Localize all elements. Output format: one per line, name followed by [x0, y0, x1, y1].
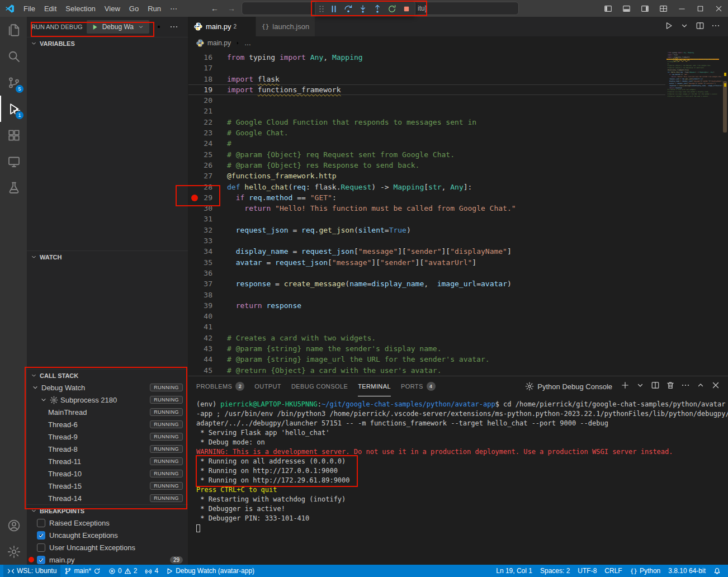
statusbar-indentation[interactable]: Spaces: 2 [536, 565, 574, 577]
editor-gutter[interactable]: 38 [188, 290, 227, 300]
editor-gutter[interactable]: 22 [188, 117, 227, 127]
menu-view[interactable]: View [100, 4, 125, 13]
call-stack-item[interactable]: Debug WatchRUNNING [27, 381, 188, 394]
debug-settings-gear-icon[interactable] [153, 21, 164, 32]
call-stack-item[interactable]: MainThreadRUNNING [27, 406, 188, 418]
editor-gutter[interactable]: 44 [188, 354, 227, 365]
editor-gutter[interactable]: 32 [188, 225, 227, 235]
activitybar-search[interactable] [0, 43, 27, 69]
terminal-output[interactable]: (env) pierrick@LAPTOP-HKU5PNNG:~/git/goo… [188, 396, 728, 565]
breakpoint-item[interactable]: Raised Exceptions [27, 517, 188, 529]
minimize-button[interactable] [673, 0, 691, 17]
activitybar-extensions[interactable] [0, 122, 27, 148]
editor-gutter[interactable]: 35 [188, 257, 227, 268]
menu-go[interactable]: Go [125, 4, 143, 13]
editor-scrollbar[interactable] [723, 81, 727, 133]
editor-gutter[interactable]: 28 [188, 182, 227, 192]
editor-gutter[interactable]: 18 [188, 74, 227, 84]
editor-gutter[interactable]: 42 [188, 333, 227, 343]
split-editor[interactable] [696, 21, 705, 32]
breadcrumb-item[interactable]: … [244, 39, 251, 47]
layout-panel-button[interactable] [617, 0, 636, 17]
menu-edit[interactable]: Edit [40, 4, 61, 13]
breakpoint-checkbox[interactable] [37, 543, 45, 552]
editor-gutter[interactable]: 20 [188, 95, 227, 106]
maximize-panel[interactable] [696, 381, 705, 392]
editor-gutter[interactable]: 30 [188, 203, 227, 214]
editor-gutter[interactable]: 16 [188, 52, 227, 63]
stop-button[interactable] [399, 2, 414, 16]
activitybar-settings-gear[interactable] [0, 538, 27, 565]
terminal-more-actions[interactable] [681, 381, 690, 392]
breadcrumb-item[interactable]: main.py [207, 39, 231, 47]
activitybar-source-control[interactable]: 5 [0, 69, 27, 96]
run-python-file[interactable] [664, 21, 673, 32]
kill-terminal[interactable] [666, 381, 675, 392]
activitybar-testing[interactable] [0, 174, 27, 201]
statusbar-python-version[interactable]: 3.8.10 64-bit [664, 565, 710, 577]
call-stack-item[interactable]: Thread-9RUNNING [27, 431, 188, 443]
breadcrumb[interactable]: main.py… [188, 36, 728, 50]
layout-grid-button[interactable] [654, 0, 673, 17]
call-stack-item[interactable]: Thread-14RUNNING [27, 492, 188, 504]
drag-handle-button[interactable] [316, 2, 327, 16]
maximize-button[interactable] [691, 0, 710, 17]
code-editor[interactable]: 16from typing import Any, Mapping1718imp… [188, 50, 728, 376]
editor-gutter[interactable]: 23 [188, 127, 227, 138]
statusbar-problems-status[interactable]: 02 [105, 565, 141, 577]
activitybar-run-debug[interactable]: 1 [0, 96, 27, 122]
breakpoint-item[interactable]: User Uncaught Exceptions [27, 541, 188, 554]
step-over-button[interactable] [341, 2, 356, 16]
pause-button[interactable] [327, 2, 341, 16]
editor-gutter[interactable]: 39 [188, 300, 227, 311]
editor-gutter[interactable]: 40 [188, 311, 227, 321]
go-forward-icon[interactable]: → [228, 4, 235, 13]
editor-gutter[interactable]: 25 [188, 149, 227, 160]
statusbar-ports-status[interactable]: 4 [141, 565, 162, 577]
activitybar-explorer[interactable] [0, 17, 27, 43]
editor-gutter[interactable]: 21 [188, 106, 227, 116]
layout-sidebar-left-button[interactable] [599, 0, 617, 17]
breakpoints-section-header[interactable]: BREAKPOINTS [27, 504, 188, 517]
breakpoint-item[interactable]: Uncaught Exceptions [27, 529, 188, 541]
breakpoint-checkbox[interactable] [37, 531, 45, 540]
editor-gutter[interactable]: 36 [188, 268, 227, 278]
editor-gutter[interactable]: 29 [188, 192, 227, 203]
watch-section-header[interactable]: WATCH [27, 250, 188, 263]
editor-gutter[interactable]: 26 [188, 160, 227, 171]
close-button[interactable] [710, 0, 728, 17]
editor-gutter[interactable]: 41 [188, 321, 227, 332]
breakpoint-checkbox[interactable] [37, 556, 45, 564]
statusbar-cursor-position[interactable]: Ln 19, Col 1 [492, 565, 536, 577]
breakpoint-item[interactable]: main.py29 [27, 554, 188, 565]
views-more-actions-icon[interactable] [168, 21, 179, 32]
new-terminal[interactable] [621, 381, 630, 392]
terminal-profile[interactable]: Python Debug Console [525, 382, 612, 391]
statusbar-language-mode[interactable]: {}Python [626, 565, 665, 577]
layout-sidebar-right-button[interactable] [636, 0, 654, 17]
restart-button[interactable] [385, 2, 399, 16]
statusbar-notifications[interactable] [710, 565, 725, 577]
editor-gutter[interactable]: 24 [188, 138, 227, 149]
call-stack-section-header[interactable]: CALL STACK [27, 369, 188, 381]
call-stack-item[interactable]: Thread-15RUNNING [27, 480, 188, 492]
tab-main-py[interactable]: main.py2 [188, 17, 256, 36]
editor-gutter[interactable]: 33 [188, 235, 227, 246]
breakpoint-checkbox[interactable] [37, 519, 45, 527]
editor-gutter[interactable]: 37 [188, 278, 227, 289]
call-stack-item[interactable]: Subprocess 2180RUNNING [27, 394, 188, 406]
editor-gutter[interactable]: 43 [188, 343, 227, 354]
tab-launch-json[interactable]: {}launch.json [256, 17, 315, 36]
menu-more[interactable]: ⋯ [166, 4, 182, 13]
panel-tab-problems[interactable]: PROBLEMS2 [196, 376, 244, 396]
panel-tab-ports[interactable]: PORTS4 [401, 376, 436, 396]
panel-tab-terminal[interactable]: TERMINAL [358, 376, 391, 396]
close-panel[interactable] [711, 381, 720, 392]
variables-section-header[interactable]: VARIABLES [27, 37, 188, 49]
editor-gutter[interactable]: 19 [188, 84, 227, 95]
menu-selection[interactable]: Selection [61, 4, 100, 13]
statusbar-debug-status[interactable]: Debug Watch (avatar-app) [162, 565, 258, 577]
statusbar-remote-indicator[interactable]: WSL: Ubuntu [3, 565, 60, 577]
editor-gutter[interactable]: 17 [188, 63, 227, 73]
statusbar-encoding[interactable]: UTF-8 [574, 565, 601, 577]
